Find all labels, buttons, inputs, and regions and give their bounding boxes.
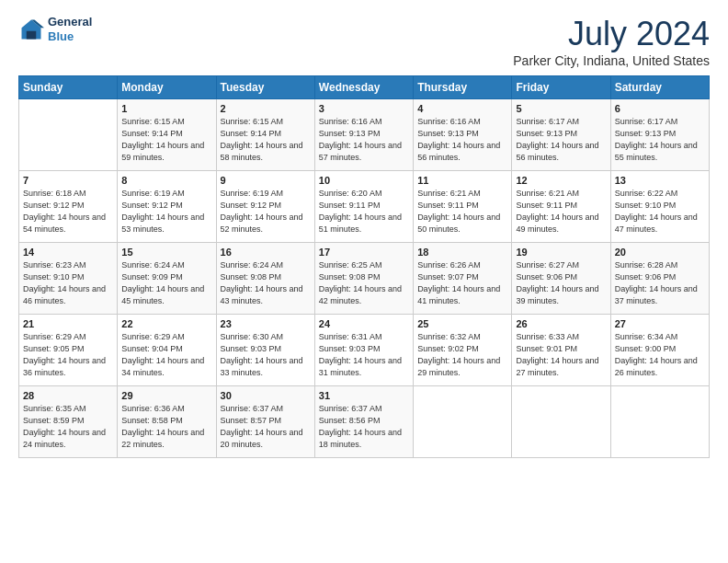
- cell-w4-d2: 22Sunrise: 6:29 AM Sunset: 9:04 PM Dayli…: [118, 315, 216, 386]
- day-number: 5: [516, 103, 606, 114]
- day-info: Sunrise: 6:16 AM Sunset: 9:13 PM Dayligh…: [417, 116, 507, 164]
- day-info: Sunrise: 6:21 AM Sunset: 9:11 PM Dayligh…: [417, 188, 507, 236]
- day-number: 31: [319, 390, 409, 401]
- cell-w5-d1: 28Sunrise: 6:35 AM Sunset: 8:59 PM Dayli…: [19, 386, 118, 458]
- title-block: July 2024 Parker City, Indiana, United S…: [513, 15, 710, 68]
- cell-w3-d2: 15Sunrise: 6:24 AM Sunset: 9:09 PM Dayli…: [118, 243, 216, 315]
- cell-w5-d6: [512, 386, 610, 458]
- cell-w1-d1: [19, 99, 118, 171]
- day-number: 29: [121, 390, 211, 401]
- day-info: Sunrise: 6:21 AM Sunset: 9:11 PM Dayligh…: [516, 188, 606, 236]
- cell-w5-d4: 31Sunrise: 6:37 AM Sunset: 8:56 PM Dayli…: [314, 386, 413, 458]
- day-info: Sunrise: 6:20 AM Sunset: 9:11 PM Dayligh…: [319, 188, 409, 236]
- day-info: Sunrise: 6:26 AM Sunset: 9:07 PM Dayligh…: [417, 259, 507, 307]
- cell-w4-d1: 21Sunrise: 6:29 AM Sunset: 9:05 PM Dayli…: [19, 315, 118, 386]
- cell-w4-d6: 26Sunrise: 6:33 AM Sunset: 9:01 PM Dayli…: [512, 315, 610, 386]
- logo-text: General Blue: [48, 15, 92, 43]
- day-info: Sunrise: 6:30 AM Sunset: 9:03 PM Dayligh…: [221, 331, 311, 379]
- day-number: 18: [417, 247, 507, 258]
- day-number: 1: [121, 103, 211, 114]
- day-number: 21: [23, 318, 113, 329]
- svg-rect-2: [27, 30, 37, 39]
- cell-w1-d5: 4Sunrise: 6:16 AM Sunset: 9:13 PM Daylig…: [414, 99, 512, 171]
- day-number: 27: [615, 318, 705, 329]
- logo-icon: [18, 17, 44, 42]
- col-header-tuesday: Tuesday: [216, 76, 314, 99]
- logo-line2: Blue: [48, 29, 92, 44]
- day-info: Sunrise: 6:32 AM Sunset: 9:02 PM Dayligh…: [417, 331, 507, 379]
- day-number: 19: [516, 247, 606, 258]
- day-number: 16: [221, 247, 311, 258]
- cell-w5-d7: [610, 386, 709, 458]
- day-number: 20: [615, 247, 705, 258]
- day-number: 26: [516, 318, 606, 329]
- day-number: 22: [121, 318, 211, 329]
- day-info: Sunrise: 6:24 AM Sunset: 9:09 PM Dayligh…: [121, 259, 211, 307]
- cell-w5-d3: 30Sunrise: 6:37 AM Sunset: 8:57 PM Dayli…: [216, 386, 314, 458]
- cell-w1-d2: 1Sunrise: 6:15 AM Sunset: 9:14 PM Daylig…: [118, 99, 216, 171]
- day-number: 15: [121, 247, 211, 258]
- cell-w2-d4: 10Sunrise: 6:20 AM Sunset: 9:11 PM Dayli…: [314, 171, 413, 243]
- cell-w4-d4: 24Sunrise: 6:31 AM Sunset: 9:03 PM Dayli…: [314, 315, 413, 386]
- location: Parker City, Indiana, United States: [513, 53, 710, 68]
- day-info: Sunrise: 6:28 AM Sunset: 9:06 PM Dayligh…: [615, 259, 705, 307]
- cell-w3-d7: 20Sunrise: 6:28 AM Sunset: 9:06 PM Dayli…: [610, 243, 709, 315]
- day-info: Sunrise: 6:15 AM Sunset: 9:14 PM Dayligh…: [121, 116, 211, 164]
- day-number: 2: [221, 103, 311, 114]
- cell-w4-d3: 23Sunrise: 6:30 AM Sunset: 9:03 PM Dayli…: [216, 315, 314, 386]
- day-info: Sunrise: 6:34 AM Sunset: 9:00 PM Dayligh…: [615, 331, 705, 379]
- day-info: Sunrise: 6:17 AM Sunset: 9:13 PM Dayligh…: [516, 116, 606, 164]
- col-header-monday: Monday: [118, 76, 216, 99]
- day-info: Sunrise: 6:22 AM Sunset: 9:10 PM Dayligh…: [615, 188, 705, 236]
- cell-w2-d1: 7Sunrise: 6:18 AM Sunset: 9:12 PM Daylig…: [19, 171, 118, 243]
- day-info: Sunrise: 6:18 AM Sunset: 9:12 PM Dayligh…: [23, 188, 113, 236]
- week-row-5: 28Sunrise: 6:35 AM Sunset: 8:59 PM Dayli…: [19, 386, 710, 458]
- day-info: Sunrise: 6:29 AM Sunset: 9:04 PM Dayligh…: [121, 331, 211, 379]
- day-number: 4: [417, 103, 507, 114]
- cell-w4-d5: 25Sunrise: 6:32 AM Sunset: 9:02 PM Dayli…: [414, 315, 512, 386]
- day-number: 17: [319, 247, 409, 258]
- cell-w1-d4: 3Sunrise: 6:16 AM Sunset: 9:13 PM Daylig…: [314, 99, 413, 171]
- day-info: Sunrise: 6:23 AM Sunset: 9:10 PM Dayligh…: [23, 259, 113, 307]
- day-number: 3: [319, 103, 409, 114]
- cell-w2-d2: 8Sunrise: 6:19 AM Sunset: 9:12 PM Daylig…: [118, 171, 216, 243]
- day-number: 7: [23, 175, 113, 186]
- day-number: 8: [121, 175, 211, 186]
- day-number: 11: [417, 175, 507, 186]
- day-number: 25: [417, 318, 507, 329]
- day-info: Sunrise: 6:19 AM Sunset: 9:12 PM Dayligh…: [221, 188, 311, 236]
- day-info: Sunrise: 6:36 AM Sunset: 8:58 PM Dayligh…: [121, 403, 211, 451]
- week-row-2: 7Sunrise: 6:18 AM Sunset: 9:12 PM Daylig…: [19, 171, 710, 243]
- day-info: Sunrise: 6:29 AM Sunset: 9:05 PM Dayligh…: [23, 331, 113, 379]
- cell-w3-d1: 14Sunrise: 6:23 AM Sunset: 9:10 PM Dayli…: [19, 243, 118, 315]
- day-number: 6: [615, 103, 705, 114]
- cell-w1-d7: 6Sunrise: 6:17 AM Sunset: 9:13 PM Daylig…: [610, 99, 709, 171]
- cell-w2-d7: 13Sunrise: 6:22 AM Sunset: 9:10 PM Dayli…: [610, 171, 709, 243]
- cell-w3-d4: 17Sunrise: 6:25 AM Sunset: 9:08 PM Dayli…: [314, 243, 413, 315]
- cell-w3-d6: 19Sunrise: 6:27 AM Sunset: 9:06 PM Dayli…: [512, 243, 610, 315]
- col-header-sunday: Sunday: [19, 76, 118, 99]
- cell-w2-d5: 11Sunrise: 6:21 AM Sunset: 9:11 PM Dayli…: [414, 171, 512, 243]
- day-number: 10: [319, 175, 409, 186]
- day-info: Sunrise: 6:17 AM Sunset: 9:13 PM Dayligh…: [615, 116, 705, 164]
- week-row-1: 1Sunrise: 6:15 AM Sunset: 9:14 PM Daylig…: [19, 99, 710, 171]
- day-info: Sunrise: 6:25 AM Sunset: 9:08 PM Dayligh…: [319, 259, 409, 307]
- cell-w3-d3: 16Sunrise: 6:24 AM Sunset: 9:08 PM Dayli…: [216, 243, 314, 315]
- day-info: Sunrise: 6:19 AM Sunset: 9:12 PM Dayligh…: [121, 188, 211, 236]
- day-number: 30: [221, 390, 311, 401]
- cell-w2-d6: 12Sunrise: 6:21 AM Sunset: 9:11 PM Dayli…: [512, 171, 610, 243]
- page: General Blue July 2024 Parker City, Indi…: [0, 0, 728, 563]
- cell-w5-d2: 29Sunrise: 6:36 AM Sunset: 8:58 PM Dayli…: [118, 386, 216, 458]
- cell-w4-d7: 27Sunrise: 6:34 AM Sunset: 9:00 PM Dayli…: [610, 315, 709, 386]
- calendar-table: SundayMondayTuesdayWednesdayThursdayFrid…: [18, 75, 710, 458]
- day-number: 13: [615, 175, 705, 186]
- day-number: 14: [23, 247, 113, 258]
- cell-w5-d5: [414, 386, 512, 458]
- cell-w3-d5: 18Sunrise: 6:26 AM Sunset: 9:07 PM Dayli…: [414, 243, 512, 315]
- col-header-saturday: Saturday: [610, 76, 709, 99]
- cell-w1-d3: 2Sunrise: 6:15 AM Sunset: 9:14 PM Daylig…: [216, 99, 314, 171]
- cell-w2-d3: 9Sunrise: 6:19 AM Sunset: 9:12 PM Daylig…: [216, 171, 314, 243]
- day-number: 12: [516, 175, 606, 186]
- day-info: Sunrise: 6:37 AM Sunset: 8:57 PM Dayligh…: [221, 403, 311, 451]
- header: General Blue July 2024 Parker City, Indi…: [18, 15, 710, 68]
